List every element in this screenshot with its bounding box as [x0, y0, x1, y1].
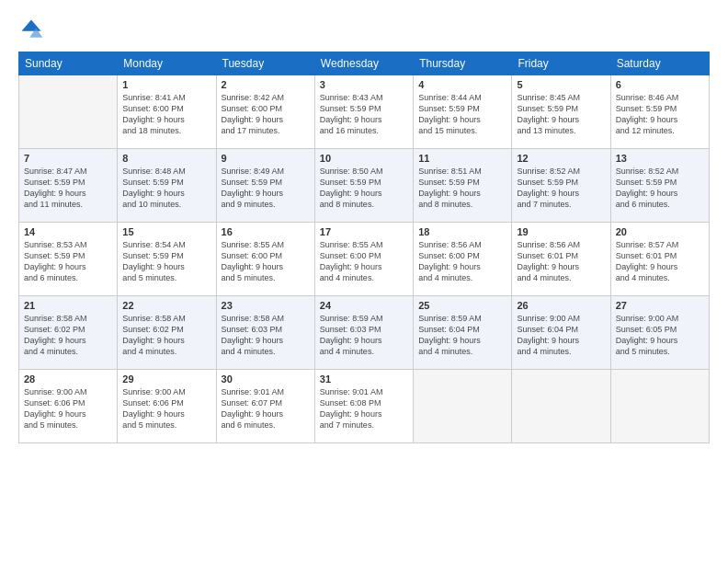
calendar-cell: 12Sunrise: 8:52 AM Sunset: 5:59 PM Dayli… — [512, 149, 610, 223]
calendar-cell: 15Sunrise: 8:54 AM Sunset: 5:59 PM Dayli… — [118, 223, 216, 296]
calendar-cell: 23Sunrise: 8:58 AM Sunset: 6:03 PM Dayli… — [216, 296, 314, 370]
calendar-cell: 9Sunrise: 8:49 AM Sunset: 5:59 PM Daylig… — [216, 149, 314, 223]
day-info: Sunrise: 9:00 AM Sunset: 6:04 PM Dayligh… — [517, 313, 605, 358]
calendar-cell: 21Sunrise: 8:58 AM Sunset: 6:02 PM Dayli… — [19, 296, 118, 370]
day-number: 31 — [320, 373, 408, 385]
calendar-cell: 20Sunrise: 8:57 AM Sunset: 6:01 PM Dayli… — [610, 223, 709, 296]
calendar-cell: 7Sunrise: 8:47 AM Sunset: 5:59 PM Daylig… — [19, 149, 118, 223]
day-info: Sunrise: 8:54 AM Sunset: 5:59 PM Dayligh… — [122, 239, 210, 284]
day-number: 12 — [517, 153, 605, 164]
weekday-header: Sunday — [19, 52, 118, 75]
day-info: Sunrise: 8:55 AM Sunset: 6:00 PM Dayligh… — [320, 239, 408, 284]
day-info: Sunrise: 9:01 AM Sunset: 6:07 PM Dayligh… — [222, 386, 310, 431]
day-info: Sunrise: 9:00 AM Sunset: 6:05 PM Dayligh… — [616, 313, 704, 358]
calendar-cell: 17Sunrise: 8:55 AM Sunset: 6:00 PM Dayli… — [314, 223, 413, 296]
weekday-header: Tuesday — [216, 52, 314, 75]
calendar-cell: 16Sunrise: 8:55 AM Sunset: 6:00 PM Dayli… — [216, 223, 314, 296]
weekday-header: Monday — [118, 52, 216, 75]
day-number: 23 — [222, 300, 310, 311]
day-number: 14 — [24, 226, 112, 237]
day-number: 15 — [122, 226, 210, 237]
calendar-cell: 10Sunrise: 8:50 AM Sunset: 5:59 PM Dayli… — [314, 149, 413, 223]
calendar-cell: 2Sunrise: 8:42 AM Sunset: 6:00 PM Daylig… — [216, 75, 314, 149]
day-info: Sunrise: 8:59 AM Sunset: 6:04 PM Dayligh… — [418, 313, 506, 358]
calendar-cell: 8Sunrise: 8:48 AM Sunset: 5:59 PM Daylig… — [118, 149, 216, 223]
calendar-cell: 25Sunrise: 8:59 AM Sunset: 6:04 PM Dayli… — [414, 296, 512, 370]
day-number: 27 — [616, 300, 704, 311]
day-info: Sunrise: 8:58 AM Sunset: 6:02 PM Dayligh… — [24, 313, 112, 358]
day-number: 11 — [418, 153, 506, 164]
calendar-cell: 26Sunrise: 9:00 AM Sunset: 6:04 PM Dayli… — [512, 296, 610, 370]
day-number: 7 — [24, 153, 112, 164]
day-number: 1 — [122, 79, 210, 90]
day-info: Sunrise: 9:01 AM Sunset: 6:08 PM Dayligh… — [320, 386, 408, 431]
day-number: 30 — [222, 373, 310, 385]
day-info: Sunrise: 8:58 AM Sunset: 6:02 PM Dayligh… — [122, 313, 210, 358]
day-number: 24 — [320, 300, 408, 311]
calendar-cell: 3Sunrise: 8:43 AM Sunset: 5:59 PM Daylig… — [314, 75, 413, 149]
calendar-cell — [610, 370, 709, 443]
day-info: Sunrise: 8:46 AM Sunset: 5:59 PM Dayligh… — [616, 92, 704, 137]
day-info: Sunrise: 8:42 AM Sunset: 6:00 PM Dayligh… — [222, 92, 310, 137]
calendar-cell: 31Sunrise: 9:01 AM Sunset: 6:08 PM Dayli… — [314, 370, 413, 443]
day-number: 17 — [320, 226, 408, 237]
calendar-cell: 5Sunrise: 8:45 AM Sunset: 5:59 PM Daylig… — [512, 75, 610, 149]
day-number: 13 — [616, 153, 704, 164]
day-info: Sunrise: 8:57 AM Sunset: 6:01 PM Dayligh… — [616, 239, 704, 284]
logo — [18, 17, 48, 42]
day-number: 6 — [616, 79, 704, 90]
day-info: Sunrise: 8:56 AM Sunset: 6:00 PM Dayligh… — [418, 239, 506, 284]
day-info: Sunrise: 8:59 AM Sunset: 6:03 PM Dayligh… — [320, 313, 408, 358]
calendar-cell: 22Sunrise: 8:58 AM Sunset: 6:02 PM Dayli… — [118, 296, 216, 370]
day-number: 8 — [122, 153, 210, 164]
day-number: 10 — [320, 153, 408, 164]
calendar-cell: 1Sunrise: 8:41 AM Sunset: 6:00 PM Daylig… — [118, 75, 216, 149]
day-info: Sunrise: 8:51 AM Sunset: 5:59 PM Dayligh… — [418, 166, 506, 211]
calendar-cell: 4Sunrise: 8:44 AM Sunset: 5:59 PM Daylig… — [414, 75, 512, 149]
day-number: 19 — [517, 226, 605, 237]
day-info: Sunrise: 8:47 AM Sunset: 5:59 PM Dayligh… — [24, 166, 112, 211]
calendar-cell — [19, 75, 118, 149]
day-number: 29 — [122, 373, 210, 385]
day-info: Sunrise: 8:50 AM Sunset: 5:59 PM Dayligh… — [320, 166, 408, 211]
day-number: 4 — [418, 79, 506, 90]
day-info: Sunrise: 8:52 AM Sunset: 5:59 PM Dayligh… — [616, 166, 704, 211]
calendar-cell — [414, 370, 512, 443]
calendar-cell: 18Sunrise: 8:56 AM Sunset: 6:00 PM Dayli… — [414, 223, 512, 296]
weekday-header: Friday — [512, 52, 610, 75]
weekday-header: Saturday — [610, 52, 709, 75]
day-info: Sunrise: 8:55 AM Sunset: 6:00 PM Dayligh… — [222, 239, 310, 284]
day-info: Sunrise: 8:45 AM Sunset: 5:59 PM Dayligh… — [517, 92, 605, 137]
day-number: 9 — [222, 153, 310, 164]
day-number: 2 — [222, 79, 310, 90]
day-number: 22 — [122, 300, 210, 311]
day-number: 20 — [616, 226, 704, 237]
svg-marker-0 — [22, 20, 41, 31]
calendar-cell: 28Sunrise: 9:00 AM Sunset: 6:06 PM Dayli… — [19, 370, 118, 443]
calendar-cell: 13Sunrise: 8:52 AM Sunset: 5:59 PM Dayli… — [610, 149, 709, 223]
day-info: Sunrise: 8:43 AM Sunset: 5:59 PM Dayligh… — [320, 92, 408, 137]
day-number: 3 — [320, 79, 408, 90]
day-info: Sunrise: 8:49 AM Sunset: 5:59 PM Dayligh… — [222, 166, 310, 211]
calendar-cell: 6Sunrise: 8:46 AM Sunset: 5:59 PM Daylig… — [610, 75, 709, 149]
calendar-cell: 11Sunrise: 8:51 AM Sunset: 5:59 PM Dayli… — [414, 149, 512, 223]
day-info: Sunrise: 8:44 AM Sunset: 5:59 PM Dayligh… — [418, 92, 506, 137]
page: SundayMondayTuesdayWednesdayThursdayFrid… — [0, 0, 728, 563]
calendar-cell: 27Sunrise: 9:00 AM Sunset: 6:05 PM Dayli… — [610, 296, 709, 370]
calendar-cell — [512, 370, 610, 443]
calendar-cell: 30Sunrise: 9:01 AM Sunset: 6:07 PM Dayli… — [216, 370, 314, 443]
day-info: Sunrise: 8:52 AM Sunset: 5:59 PM Dayligh… — [517, 166, 605, 211]
day-info: Sunrise: 9:00 AM Sunset: 6:06 PM Dayligh… — [24, 386, 112, 431]
calendar-cell: 29Sunrise: 9:00 AM Sunset: 6:06 PM Dayli… — [118, 370, 216, 443]
day-info: Sunrise: 8:48 AM Sunset: 5:59 PM Dayligh… — [122, 166, 210, 211]
day-number: 26 — [517, 300, 605, 311]
header — [18, 17, 710, 42]
day-number: 18 — [418, 226, 506, 237]
day-number: 28 — [24, 373, 112, 385]
calendar-cell: 24Sunrise: 8:59 AM Sunset: 6:03 PM Dayli… — [314, 296, 413, 370]
weekday-header: Wednesday — [314, 52, 413, 75]
day-info: Sunrise: 8:58 AM Sunset: 6:03 PM Dayligh… — [222, 313, 310, 358]
logo-icon — [18, 17, 44, 42]
day-number: 21 — [24, 300, 112, 311]
calendar-table: SundayMondayTuesdayWednesdayThursdayFrid… — [18, 52, 710, 443]
